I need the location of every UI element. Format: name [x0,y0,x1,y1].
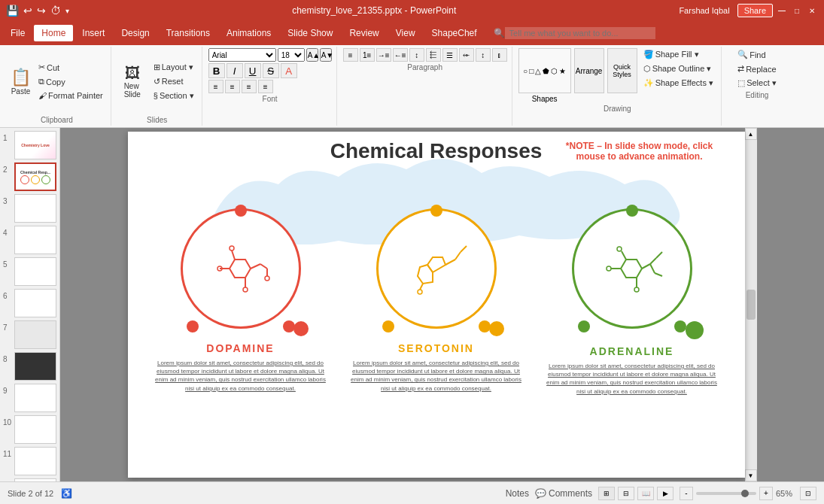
slide-thumb-8[interactable]: 8 [3,352,56,381]
slide-preview-11[interactable] [14,447,56,475]
font-family-select[interactable]: Arial [208,48,276,62]
menu-view[interactable]: View [388,25,423,41]
shape-outline-button[interactable]: ⬡ Shape Outline ▾ [640,62,716,75]
menu-design[interactable]: Design [114,25,157,41]
slide-preview-8[interactable] [14,352,56,381]
menu-file[interactable]: File [3,25,32,41]
outdent-button[interactable]: ←≡ [393,48,408,62]
align-center-button[interactable]: ≡ [225,80,240,93]
scroll-thumb[interactable] [746,290,756,320]
section-button[interactable]: § Section ▾ [151,90,197,102]
slide-preview-7[interactable] [14,320,56,349]
fit-to-window-button[interactable]: ⊡ [800,487,816,500]
strikethrough-button[interactable]: S [263,63,279,78]
slide-thumb-12[interactable]: 12 [3,478,56,481]
format-painter-button[interactable]: 🖌 Format Painter [35,90,106,102]
align-left-para-button[interactable]: ⬱ [426,48,441,62]
numbered-list-button[interactable]: 1≡ [360,48,375,62]
cut-button[interactable]: ✂ Cut [35,61,106,74]
copy-button[interactable]: ⧉ Copy [35,75,106,88]
maximize-button[interactable]: □ [791,5,803,17]
shape-fill-button[interactable]: 🪣 Shape Fill ▾ [640,48,716,61]
align-left-button[interactable]: ≡ [208,80,223,93]
redo-icon[interactable]: ↪ [37,5,46,17]
slide-preview-5[interactable] [14,257,56,286]
zoom-thumb[interactable] [741,490,749,497]
comments-button[interactable]: 💬 Comments [535,488,592,499]
reset-button[interactable]: ↺ Reset [151,75,197,88]
menu-review[interactable]: Review [342,25,386,41]
menu-transitions[interactable]: Transitions [159,25,217,41]
undo-icon[interactable]: ↩ [23,5,32,17]
slide-thumb-9[interactable]: 9 [3,384,56,412]
slide-thumb-6[interactable]: 6 [3,289,56,317]
slideshow-view-button[interactable]: ▶ [657,487,673,500]
slide-preview-9[interactable] [14,384,56,412]
notes-button[interactable]: Notes [506,488,529,499]
decrease-font-button[interactable]: A▼ [320,48,332,62]
dropdown-icon[interactable]: ▾ [65,7,69,15]
autosave-icon[interactable]: ⏱ [50,5,61,17]
scroll-down-button[interactable]: ▼ [745,469,757,481]
close-button[interactable]: ✕ [806,5,818,17]
slide-preview-1[interactable]: Chemistry Love [14,131,56,159]
slide-preview-10[interactable] [14,415,56,444]
slide-preview-2[interactable]: Chemical Resp... [14,162,56,191]
align-right-button[interactable]: ≡ [242,80,257,93]
quick-styles-button[interactable]: QuickStyles [607,48,637,93]
layout-button[interactable]: ⊞ Layout ▾ [151,61,197,74]
slide-preview-4[interactable] [14,226,56,254]
arrange-button[interactable]: Arrange [574,48,604,93]
slide-preview-12[interactable] [14,478,56,481]
slide-thumb-4[interactable]: 4 [3,226,56,254]
slide-thumb-10[interactable]: 10 [3,415,56,444]
bold-button[interactable]: B [208,63,225,78]
underline-button[interactable]: U [245,63,261,78]
slide-thumb-2[interactable]: 2 Chemical Resp... [3,162,56,191]
slide-thumb-7[interactable]: 7 [3,320,56,349]
bullet-list-button[interactable]: ≡ [343,48,358,62]
select-button[interactable]: ⬚ Select ▾ [734,77,780,90]
align-right-para-button[interactable]: ⬰ [459,48,474,62]
save-icon[interactable]: 💾 [6,5,19,17]
normal-view-button[interactable]: ⊞ [598,487,615,500]
scroll-up-button[interactable]: ▲ [745,128,757,140]
slide-thumb-1[interactable]: 1 Chemistry Love [3,131,56,159]
zoom-slider[interactable] [696,492,756,495]
reading-view-button[interactable]: 📖 [637,487,654,500]
paste-button[interactable]: 📋 Paste [8,66,34,97]
slide-thumb-5[interactable]: 5 [3,257,56,286]
slide-thumb-3[interactable]: 3 [3,194,56,223]
columns-button[interactable]: ⫾ [492,48,507,62]
zoom-out-button[interactable]: - [680,487,693,500]
shapes-palette[interactable]: ○□△ ⬟⬡★ [518,48,571,93]
menu-home[interactable]: Home [34,25,73,41]
italic-button[interactable]: I [227,63,243,78]
slide-preview-6[interactable] [14,289,56,317]
tell-me-search[interactable] [505,27,655,39]
increase-font-button[interactable]: A▲ [306,48,318,62]
new-slide-button[interactable]: 🖼 NewSlide [117,63,147,100]
menu-slideshow[interactable]: Slide Show [280,25,340,41]
line-spacing-button[interactable]: ↕ [476,48,491,62]
text-direction-button[interactable]: ↕ [409,48,424,62]
share-button[interactable]: Share [737,4,773,17]
slide-preview-3[interactable] [14,194,56,223]
shape-effects-button[interactable]: ✨ Shape Effects ▾ [640,77,716,90]
zoom-in-button[interactable]: + [759,487,773,500]
find-button[interactable]: 🔍 Find [734,48,780,61]
justify-button[interactable]: ≡ [258,80,273,93]
slide-sorter-button[interactable]: ⊟ [618,487,634,500]
vertical-scrollbar[interactable]: ▲ ▼ [745,128,757,481]
menu-shapechef[interactable]: ShapeChef [424,25,485,41]
font-color-button[interactable]: A [281,63,297,78]
slide-thumb-11[interactable]: 11 [3,447,56,475]
align-center-para-button[interactable]: ☰ [442,48,458,62]
indent-button[interactable]: →≡ [376,48,391,62]
replace-button[interactable]: ⇄ Replace [734,62,780,75]
minimize-button[interactable]: ─ [776,5,788,17]
menu-animations[interactable]: Animations [219,25,278,41]
font-size-select[interactable]: 18 [278,48,305,62]
slide-canvas[interactable]: Chemical Responses *NOTE – In slide show… [128,132,745,478]
menu-insert[interactable]: Insert [74,25,112,41]
